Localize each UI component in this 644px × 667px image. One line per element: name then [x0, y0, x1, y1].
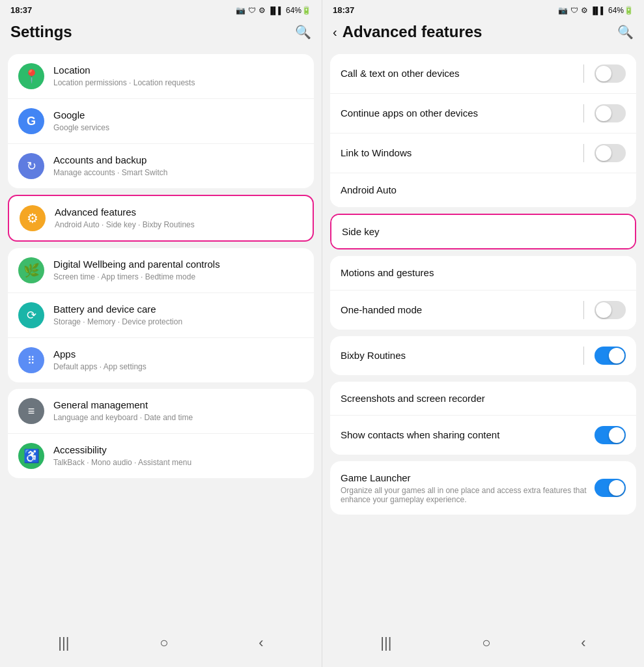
battery-text: Battery and device care Storage · Memory…: [53, 303, 303, 327]
location-item[interactable]: 📍 Location Location permissions · Locati…: [8, 54, 314, 99]
nav-home-right[interactable]: ○: [469, 632, 503, 654]
advanced-title: Advanced features: [55, 206, 302, 219]
status-bar-right: 18:37 📷 🛡 ⚙ ▐▌▌ 64%🔋: [322, 0, 644, 18]
bixby-label: Bixby Routines: [341, 349, 583, 362]
accessibility-subtitle: TalkBack · Mono audio · Assistant menu: [53, 458, 303, 468]
time-right: 18:37: [333, 5, 354, 15]
link-toggle[interactable]: [595, 144, 626, 162]
apps-item[interactable]: ⠿ Apps Default apps · App settings: [8, 338, 314, 382]
battery-icon: ⟳: [18, 302, 44, 328]
card-bottom: ≡ General management Language and keyboa…: [8, 389, 314, 478]
camera-icon-right: 📷: [558, 6, 568, 15]
accessibility-icon: ♿: [18, 443, 44, 469]
status-icons-left: 📷 🛡 ⚙ ▐▌▌ 64%🔋: [236, 6, 311, 15]
signal-bars-left: ▐▌▌: [268, 7, 283, 14]
accounts-subtitle: Manage accounts · Smart Switch: [53, 168, 303, 178]
shield-icon-right: 🛡: [570, 6, 578, 15]
call-text-toggle[interactable]: [595, 64, 626, 83]
digital-item[interactable]: 🌿 Digital Wellbeing and parental control…: [8, 248, 314, 293]
continue-apps-label: Continue apps on other devices: [341, 107, 583, 120]
bixby-item[interactable]: Bixby Routines: [330, 336, 636, 375]
call-text-toggle-group: [583, 64, 626, 83]
divider4: [583, 301, 584, 319]
settings-header: Settings 🔍: [0, 18, 322, 49]
continue-toggle-group: [583, 104, 626, 122]
general-title: General management: [53, 399, 303, 412]
adv-card-1: Call & text on other devices Continue ap…: [330, 54, 636, 207]
motions-label: Motions and gestures: [341, 266, 626, 279]
side-key-item[interactable]: Side key: [330, 214, 636, 250]
header-left-group: ‹ Advanced features: [333, 23, 482, 41]
shield-icon-left: 🛡: [248, 6, 256, 15]
search-button-right[interactable]: 🔍: [617, 24, 634, 40]
bixby-toggle[interactable]: [595, 347, 626, 365]
adv-card-4: Screenshots and screen recorder Show con…: [330, 382, 636, 455]
advanced-icon: ⚙: [20, 205, 46, 231]
link-windows-item[interactable]: Link to Windows: [330, 134, 636, 173]
nav-recent-right[interactable]: |||: [367, 632, 404, 654]
motions-item[interactable]: Motions and gestures: [330, 256, 636, 291]
google-title: Google: [53, 109, 303, 122]
continue-toggle[interactable]: [595, 104, 626, 122]
advanced-list: Call & text on other devices Continue ap…: [322, 49, 644, 624]
continue-apps-item[interactable]: Continue apps on other devices: [330, 94, 636, 134]
game-launcher-text: Game Launcher Organize all your games al…: [341, 472, 587, 504]
accounts-title: Accounts and backup: [53, 154, 303, 167]
divider2: [583, 104, 584, 122]
status-icons-right: 📷 🛡 ⚙ ▐▌▌ 64%🔋: [558, 6, 634, 15]
screenshots-item[interactable]: Screenshots and screen recorder: [330, 382, 636, 416]
accounts-item[interactable]: ↻ Accounts and backup Manage accounts · …: [8, 144, 314, 188]
nav-back-right[interactable]: ‹: [568, 632, 598, 654]
call-text-label: Call & text on other devices: [341, 67, 583, 80]
settings-list: 📍 Location Location permissions · Locati…: [0, 49, 322, 624]
google-subtitle: Google services: [53, 123, 303, 134]
nav-home-left[interactable]: ○: [147, 632, 181, 654]
digital-title: Digital Wellbeing and parental controls: [53, 258, 303, 271]
advanced-subtitle: Android Auto · Side key · Bixby Routines: [55, 220, 302, 231]
android-auto-item[interactable]: Android Auto: [330, 173, 636, 207]
game-launcher-item[interactable]: Game Launcher Organize all your games al…: [330, 461, 636, 515]
one-handed-label: One-handed mode: [341, 304, 583, 317]
adv-card-3: Bixby Routines: [330, 336, 636, 375]
one-handed-toggle-group: [583, 301, 626, 319]
settings-title: Settings: [10, 23, 72, 41]
google-item[interactable]: G Google Google services: [8, 99, 314, 144]
adv-card-2: Motions and gestures One-handed mode: [330, 256, 636, 330]
accounts-text: Accounts and backup Manage accounts · Sm…: [53, 154, 303, 178]
nav-back-left[interactable]: ‹: [245, 632, 276, 654]
call-text-item[interactable]: Call & text on other devices: [330, 54, 636, 94]
navbar-right: ||| ○ ‹: [322, 624, 644, 667]
time-left: 18:37: [10, 5, 32, 15]
accessibility-item[interactable]: ♿ Accessibility TalkBack · Mono audio · …: [8, 434, 314, 478]
bixby-toggle-group: [583, 347, 626, 365]
digital-subtitle: Screen time · App timers · Bedtime mode: [53, 272, 303, 283]
link-windows-label: Link to Windows: [341, 147, 583, 160]
nav-recent-left[interactable]: |||: [45, 632, 82, 654]
contacts-toggle[interactable]: [595, 426, 626, 444]
one-handed-toggle[interactable]: [595, 301, 626, 319]
advanced-inner[interactable]: ⚙ Advanced features Android Auto · Side …: [9, 196, 313, 240]
battery-item[interactable]: ⟳ Battery and device care Storage · Memo…: [8, 293, 314, 338]
adv-card-5: Game Launcher Organize all your games al…: [330, 461, 636, 515]
general-item[interactable]: ≡ General management Language and keyboa…: [8, 389, 314, 434]
card-top: 📍 Location Location permissions · Locati…: [8, 54, 314, 188]
signal-bars-right: ▐▌▌: [591, 7, 606, 14]
back-button[interactable]: ‹: [333, 25, 337, 40]
screenshots-label: Screenshots and screen recorder: [341, 392, 626, 405]
contacts-item[interactable]: Show contacts when sharing content: [330, 416, 636, 455]
one-handed-item[interactable]: One-handed mode: [330, 291, 636, 330]
advanced-features-item[interactable]: ⚙ Advanced features Android Auto · Side …: [8, 195, 314, 242]
google-text: Google Google services: [53, 109, 303, 133]
general-icon: ≡: [18, 398, 44, 424]
location-icon: 📍: [18, 63, 44, 89]
link-toggle-group: [583, 144, 626, 162]
game-launcher-toggle[interactable]: [595, 479, 626, 497]
battery-right: 64%🔋: [608, 6, 634, 15]
gear-icon-left: ⚙: [259, 6, 266, 15]
location-subtitle: Location permissions · Location requests: [53, 78, 303, 89]
side-key-inner[interactable]: Side key: [331, 215, 635, 249]
gear-icon-right: ⚙: [581, 6, 588, 15]
game-launcher-subtitle: Organize all your games all in one place…: [341, 486, 587, 504]
apps-title: Apps: [53, 348, 303, 361]
search-button-left[interactable]: 🔍: [295, 24, 311, 40]
